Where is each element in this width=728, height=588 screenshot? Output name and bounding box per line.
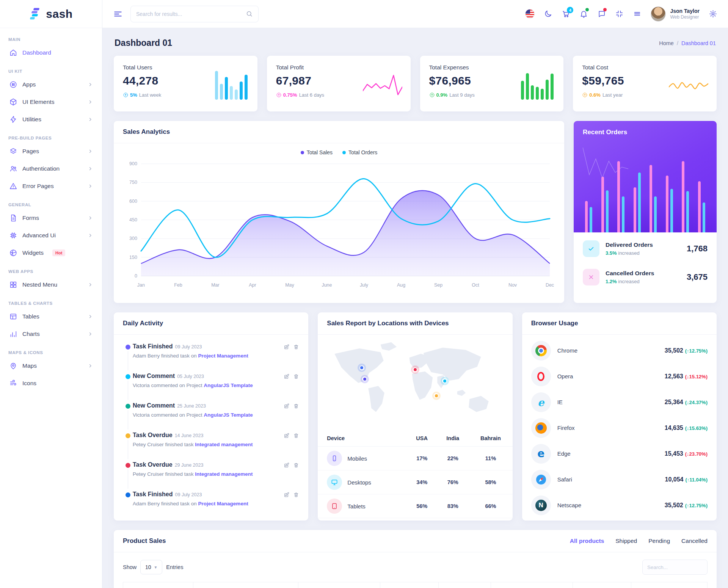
breadcrumb-current: Dashboard 01 (681, 40, 716, 46)
tab-cancelled[interactable]: Cancelled (681, 538, 708, 544)
order-count: 1,768 (687, 244, 708, 254)
tab-shipped[interactable]: Shipped (615, 538, 637, 544)
device-table-header: Device (318, 430, 407, 447)
page-header: Dashboard 01 Home / Dashboard 01 (115, 38, 716, 48)
sidebar-item-error-pages[interactable]: Error Pages (8, 177, 94, 195)
legend-item-total-sales[interactable]: Total Sales (301, 149, 333, 155)
sidebar-item-forms[interactable]: Forms (8, 209, 94, 227)
activity-link[interactable]: AngularJS Template (204, 412, 253, 418)
trash-icon[interactable] (293, 433, 299, 439)
activity-description: Victoria commented on Project AngularJS … (133, 412, 278, 418)
cart-badge: 4 (567, 7, 573, 13)
entries-select[interactable]: 10 ▼ (140, 560, 162, 574)
orders-bar-group (666, 157, 673, 232)
tab-all-products[interactable]: All products (570, 538, 604, 544)
edit-icon[interactable] (284, 492, 290, 498)
edit-icon[interactable] (284, 462, 290, 468)
activity-link[interactable]: Project Management (198, 353, 248, 359)
card-header: Sales Report by Locations with Devices (318, 312, 512, 335)
right-panel-toggle-icon[interactable] (633, 9, 642, 18)
activity-item: New Comment25 June 2023 Victoria comment… (123, 400, 299, 430)
language-flag-icon[interactable] (525, 9, 535, 19)
tablet-icon (327, 499, 342, 514)
messages-icon[interactable] (597, 9, 606, 18)
fullscreen-icon[interactable] (615, 9, 624, 18)
sidebar-item-widgets[interactable]: Widgets Hot (8, 244, 94, 262)
activity-link[interactable]: Project Management (198, 501, 248, 506)
recent-orders-card: Recent Orders Delivered Orders 3.5% incr… (574, 121, 717, 303)
sidebar-item-charts[interactable]: Charts (8, 325, 94, 343)
sidebar-item-advanced-ui[interactable]: Advanced Ui (8, 227, 94, 244)
aperture-icon (9, 249, 17, 257)
sidebar-item-nested-menu[interactable]: Nested Menu (8, 276, 94, 293)
trash-icon[interactable] (293, 403, 299, 409)
activity-link[interactable]: Integrated management (195, 471, 253, 477)
chevron-right-icon (88, 183, 93, 189)
user-name: Json Taylor (670, 8, 700, 15)
tab-pending[interactable]: Pending (648, 538, 670, 544)
chip-icon (9, 231, 17, 240)
map-location-dot[interactable] (411, 365, 419, 374)
home-icon (9, 49, 17, 57)
activity-link[interactable]: Integrated management (195, 442, 253, 447)
trash-icon[interactable] (293, 462, 299, 468)
cart-icon[interactable]: 4 (562, 9, 570, 18)
sidebar-item-dashboard[interactable]: Dashboard (8, 44, 94, 61)
hot-badge: Hot (52, 249, 65, 256)
stat-period: Last 9 days (449, 92, 475, 98)
orders-bars (585, 157, 705, 232)
sidebar-item-icons[interactable]: Icons (8, 375, 94, 392)
edit-icon[interactable] (284, 344, 290, 350)
user-menu[interactable]: Json Taylor Web Designer (651, 6, 700, 22)
mobile-icon (327, 451, 342, 466)
map-location-dot[interactable] (432, 392, 441, 400)
brand-logo[interactable]: sash (0, 0, 102, 28)
sidebar-item-tables[interactable]: Tables (8, 308, 94, 325)
edit-icon[interactable] (284, 403, 290, 409)
map-location-dot[interactable] (441, 377, 449, 385)
page-content: Dashboard 01 Home / Dashboard 01 Total U… (102, 28, 728, 588)
sidebar-toggle-button[interactable] (113, 9, 123, 19)
svg-text:Jan: Jan (137, 282, 145, 288)
sidebar-item-ui-elements[interactable]: UI Elements (8, 93, 94, 111)
sidebar-item-authentication[interactable]: Authentication (8, 160, 94, 177)
table-search-input[interactable] (642, 560, 708, 575)
sidebar-item-pages[interactable]: Pages (8, 143, 94, 160)
edit-icon[interactable] (284, 373, 290, 379)
settings-gear-icon[interactable] (709, 9, 717, 18)
sidebar-section-label: MAPS & ICONS (8, 350, 94, 355)
search-input[interactable] (136, 11, 242, 17)
sidebar-item-maps[interactable]: Maps (8, 357, 94, 375)
svg-text:Apr: Apr (249, 282, 256, 288)
legend-item-total-orders[interactable]: Total Orders (342, 149, 377, 155)
trend-up-icon: 0.9% (429, 92, 448, 98)
table-row: Desktops 34%76%58% (318, 470, 512, 494)
chevron-right-icon (88, 99, 93, 105)
table-column-stub (573, 582, 631, 588)
users-icon (9, 165, 17, 173)
card-header: Sales Analytics (114, 121, 564, 143)
activity-date: 09 July 2023 (175, 344, 202, 350)
search-icon[interactable] (246, 10, 253, 17)
dark-mode-icon[interactable] (544, 9, 552, 18)
browser-row-safari: Safari 10,054 (↑11.04%) (531, 467, 708, 492)
trash-icon[interactable] (293, 373, 299, 379)
sidebar-item-apps[interactable]: Apps (8, 76, 94, 93)
notifications-bell-icon[interactable] (579, 9, 588, 18)
trash-icon[interactable] (293, 492, 299, 498)
chevron-right-icon (88, 314, 93, 319)
sidebar-item-utilities[interactable]: Utilities (8, 111, 94, 128)
browser-row-ie: e IE 25,364 (↓24.37%) (531, 389, 708, 415)
map-pin-icon (9, 362, 17, 370)
trash-icon[interactable] (293, 344, 299, 350)
stat-period: Last 6 days (299, 92, 325, 98)
svg-text:May: May (285, 282, 294, 288)
orders-bar-group (585, 157, 592, 232)
topbar-icons: 4 Json Tay (525, 6, 717, 22)
map-location-dot[interactable] (358, 364, 366, 372)
map-location-dot[interactable] (361, 375, 369, 383)
activity-link[interactable]: AngularJS Template (204, 383, 253, 388)
sales-report-card: Sales Report by Locations with Devices (318, 312, 512, 521)
edit-icon[interactable] (284, 433, 290, 439)
breadcrumb-home[interactable]: Home (659, 40, 674, 46)
